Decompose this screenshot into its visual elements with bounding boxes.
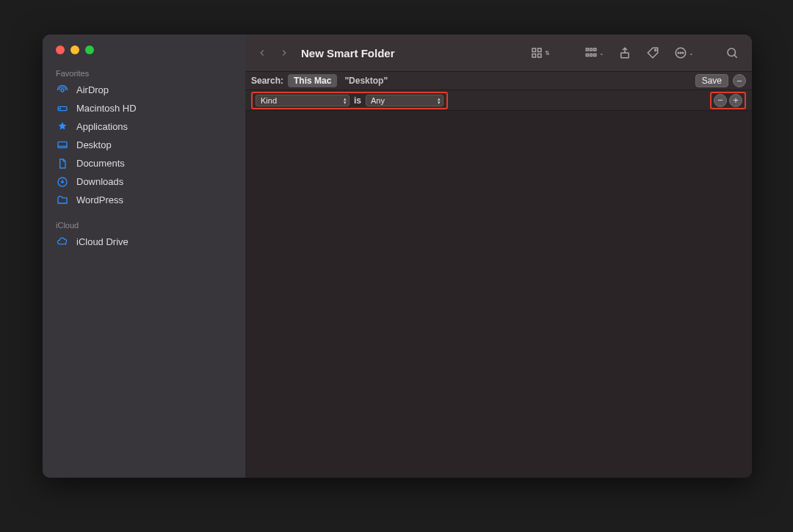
airdrop-icon (56, 84, 69, 96)
document-icon (56, 158, 69, 170)
svg-rect-7 (537, 48, 541, 52)
updown-chevron-icon: ▴▾ (438, 97, 441, 104)
criteria-value: Any (371, 96, 385, 105)
svg-rect-6 (532, 48, 536, 52)
downloads-icon (56, 176, 69, 188)
sidebar: Favorites AirDrop Macintosh HD Applicati… (43, 34, 245, 478)
search-criteria-row: Kind ▴▾ is Any ▴▾ − + (245, 90, 752, 111)
scope-this-mac[interactable]: This Mac (288, 74, 337, 87)
criteria-highlight-right: − + (710, 92, 746, 109)
svg-line-23 (734, 55, 737, 58)
tags-button[interactable] (642, 43, 664, 63)
remove-search-button[interactable]: − (733, 74, 746, 87)
sidebar-item-label: Documents (76, 158, 125, 169)
scope-desktop[interactable]: "Desktop" (341, 74, 391, 87)
forward-button[interactable] (276, 43, 292, 63)
search-scope-bar: Search: This Mac "Desktop" Save − (245, 71, 752, 90)
svg-rect-15 (593, 54, 595, 57)
svg-rect-12 (593, 48, 595, 51)
chevron-down-icon: ⌄ (689, 50, 694, 57)
cloud-icon (56, 236, 69, 248)
sidebar-item-label: AirDrop (76, 84, 109, 95)
updown-chevron-icon: ⇅ (545, 50, 550, 57)
svg-rect-9 (537, 54, 541, 58)
sidebar-item-label: Macintosh HD (76, 103, 137, 114)
main-pane: New Smart Folder ⇅ ⌄ ⌄ (245, 34, 752, 478)
desktop-icon (56, 139, 69, 151)
results-area (245, 111, 752, 478)
svg-point-17 (655, 49, 656, 51)
sidebar-item-macintosh-hd[interactable]: Macintosh HD (43, 99, 245, 117)
save-button[interactable]: Save (695, 74, 728, 87)
sidebar-item-label: Desktop (76, 139, 112, 150)
search-label: Search: (251, 76, 283, 86)
search-button[interactable] (721, 43, 743, 63)
sidebar-item-wordpress[interactable]: WordPress (43, 191, 245, 209)
updown-chevron-icon: ▴▾ (344, 97, 347, 104)
folder-icon (56, 194, 69, 206)
criteria-highlight-left: Kind ▴▾ is Any ▴▾ (251, 92, 448, 109)
sidebar-section-icloud: iCloud (43, 216, 245, 233)
svg-point-0 (61, 89, 64, 92)
sidebar-section-favorites: Favorites (43, 65, 245, 81)
window-title: New Smart Folder (301, 47, 395, 59)
zoom-window-button[interactable] (85, 45, 94, 54)
sidebar-item-label: WordPress (76, 194, 123, 205)
window-controls (43, 45, 245, 65)
add-criteria-button[interactable]: + (729, 94, 742, 107)
sidebar-item-label: iCloud Drive (76, 236, 128, 247)
back-button[interactable] (254, 43, 270, 63)
svg-rect-10 (586, 48, 588, 51)
sidebar-item-label: Applications (76, 121, 128, 132)
sidebar-item-icloud-drive[interactable]: iCloud Drive (43, 233, 245, 251)
criteria-operator: is (352, 95, 363, 106)
group-by-button[interactable]: ⌄ (580, 43, 608, 63)
sidebar-item-desktop[interactable]: Desktop (43, 136, 245, 154)
minimize-window-button[interactable] (70, 45, 79, 54)
svg-rect-16 (621, 53, 629, 58)
sidebar-item-airdrop[interactable]: AirDrop (43, 81, 245, 99)
svg-rect-11 (590, 48, 592, 51)
svg-rect-14 (590, 54, 592, 57)
applications-icon (56, 121, 69, 133)
view-icon-grid-button[interactable]: ⇅ (526, 43, 554, 63)
svg-point-19 (678, 52, 679, 54)
toolbar: New Smart Folder ⇅ ⌄ ⌄ (245, 34, 752, 71)
finder-window: Favorites AirDrop Macintosh HD Applicati… (43, 34, 752, 478)
svg-point-20 (680, 52, 681, 54)
svg-rect-13 (586, 54, 588, 57)
action-menu-button[interactable]: ⌄ (670, 43, 698, 63)
share-button[interactable] (614, 43, 636, 63)
svg-point-22 (728, 48, 736, 57)
chevron-down-icon: ⌄ (599, 50, 604, 57)
close-window-button[interactable] (56, 45, 65, 54)
criteria-attribute-value: Kind (261, 96, 277, 105)
sidebar-item-downloads[interactable]: Downloads (43, 172, 245, 191)
svg-rect-8 (532, 54, 536, 58)
svg-point-21 (682, 52, 684, 54)
sidebar-item-documents[interactable]: Documents (43, 154, 245, 172)
criteria-attribute-popup[interactable]: Kind ▴▾ (256, 95, 350, 106)
sidebar-item-label: Downloads (76, 176, 123, 187)
hdd-icon (56, 103, 69, 114)
svg-rect-3 (58, 142, 67, 147)
svg-point-2 (59, 108, 60, 109)
remove-criteria-button[interactable]: − (714, 94, 727, 107)
criteria-value-popup[interactable]: Any ▴▾ (366, 95, 443, 106)
sidebar-item-applications[interactable]: Applications (43, 117, 245, 136)
